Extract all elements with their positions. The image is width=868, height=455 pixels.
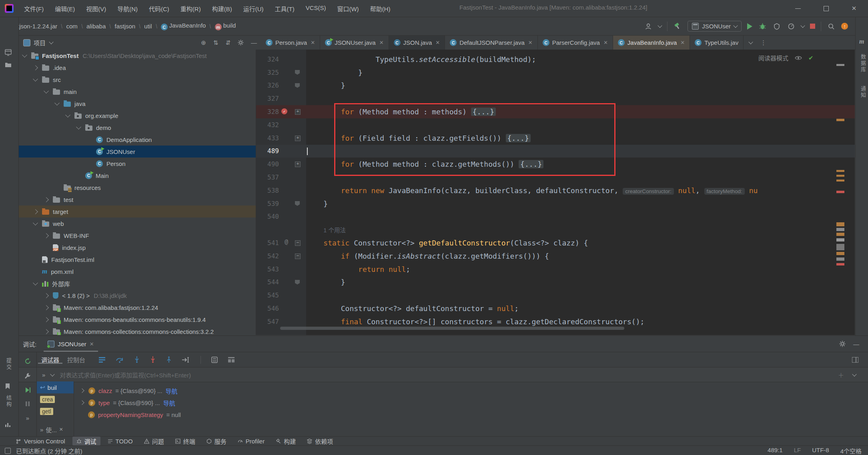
tab-close-icon[interactable]: ✕ xyxy=(603,40,608,46)
step-over-icon[interactable] xyxy=(116,357,124,363)
code-line[interactable]: 489 xyxy=(256,145,855,158)
watch-input-placeholder[interactable]: 对表达式求值(Enter)或添加监视(Ctrl+Shift+Enter) xyxy=(60,371,191,379)
tree-row[interactable]: CDemoApplication xyxy=(19,134,256,146)
variable-row[interactable]: pclazz = {Class@590} ... 导航 xyxy=(75,385,868,397)
code-line[interactable]: 541@−static Constructor<?> getDefaultCon… xyxy=(256,236,855,249)
resume-button[interactable] xyxy=(25,387,31,393)
tree-chevron-icon[interactable] xyxy=(44,88,49,94)
caret-position-widget[interactable]: 489:1 xyxy=(768,447,783,455)
reader-mode-label[interactable]: 阅读器模式 xyxy=(758,54,788,62)
run-button[interactable] xyxy=(747,23,752,30)
code-line[interactable]: 326} xyxy=(256,79,855,92)
menu-item[interactable]: 编辑(E) xyxy=(50,3,80,14)
expand-all-icon[interactable]: ⇅ xyxy=(213,39,219,46)
project-panel-title[interactable]: 项目 xyxy=(34,38,46,47)
code-line[interactable]: 538return new JavaBeanInfo(clazz, builde… xyxy=(256,184,855,197)
watch-expression-bar[interactable]: » 对表达式求值(Enter)或添加监视(Ctrl+Shift+Enter) ＋ xyxy=(19,367,868,382)
variable-row[interactable]: ppropertyNamingStrategy = null xyxy=(75,409,868,421)
fold-end-icon[interactable] xyxy=(295,280,300,285)
tool-tab-services[interactable]: 服务 xyxy=(202,437,231,445)
menu-item[interactable]: 运行(U) xyxy=(239,3,269,14)
fold-collapse-icon[interactable]: − xyxy=(295,253,301,259)
tree-chevron-icon[interactable] xyxy=(44,197,49,202)
tree-row[interactable]: < 1.8 (2) >D:\38.jdk\jdk xyxy=(19,289,256,301)
hide-panel-icon[interactable]: — xyxy=(251,39,257,46)
tool-tab-terminal[interactable]: 终端 xyxy=(171,437,199,445)
minimize-button[interactable] xyxy=(784,0,812,17)
tree-row[interactable]: main xyxy=(19,86,256,98)
fold-expand-icon[interactable]: + xyxy=(295,136,301,141)
hide-debug-panel-icon[interactable]: — xyxy=(853,341,859,347)
code-line[interactable]: 546Constructor<?> defaultConstructor = n… xyxy=(256,302,855,315)
step-into-icon[interactable] xyxy=(134,356,140,363)
watch-history-icon[interactable] xyxy=(50,372,55,376)
pause-button[interactable] xyxy=(25,401,30,407)
tree-chevron-icon[interactable] xyxy=(33,65,38,70)
tool-tab-debug[interactable]: 调试 xyxy=(72,437,100,445)
evaluate-expression-icon[interactable] xyxy=(211,357,218,363)
tool-tab-todo[interactable]: TODO xyxy=(104,437,137,445)
tree-chevron-icon[interactable] xyxy=(44,329,49,334)
tree-chevron-icon[interactable] xyxy=(44,317,49,322)
maven-stripe-icon[interactable]: m xyxy=(859,38,864,45)
tree-chevron-icon[interactable] xyxy=(33,280,38,285)
menu-item[interactable]: 代码(C) xyxy=(144,3,174,14)
debug-tab-console[interactable]: 控制台 xyxy=(64,355,88,364)
project-view-dropdown-icon[interactable] xyxy=(49,40,53,44)
editor-tab[interactable]: CJavaBeanInfo.java✕ xyxy=(613,36,690,50)
folded-region[interactable]: {...} xyxy=(471,108,496,116)
editor-tab[interactable]: CTypeUtils.jav xyxy=(690,36,744,50)
code-line[interactable]: 537 xyxy=(256,171,855,184)
tree-chevron-icon[interactable] xyxy=(76,124,81,130)
frames-more-icon[interactable]: » xyxy=(40,426,43,433)
user-account-icon[interactable] xyxy=(644,22,653,31)
tree-chevron-icon[interactable] xyxy=(33,220,38,226)
editor-tab[interactable]: CJSON.java✕ xyxy=(389,36,445,50)
breadcrumb-item[interactable]: util xyxy=(144,23,152,30)
update-available-icon[interactable]: ↑ xyxy=(841,23,848,30)
code-line[interactable]: 327 xyxy=(256,92,855,105)
tree-row[interactable]: .idea xyxy=(19,62,256,74)
stop-button[interactable] xyxy=(810,24,815,29)
code-line[interactable]: 328✓+for (Method method : methods) {...} xyxy=(256,105,855,118)
bookmark-icon[interactable] xyxy=(5,383,10,389)
sidebar-item-structure[interactable]: 结构 xyxy=(5,395,12,408)
frame-row[interactable]: getl xyxy=(37,405,74,417)
tree-chevron-icon[interactable] xyxy=(44,305,49,310)
code-line[interactable]: 542−if (Modifier.isAbstract(clazz.getMod… xyxy=(256,249,855,263)
code-line[interactable]: 544} xyxy=(256,276,855,289)
add-watch-plus-icon[interactable]: ＋ xyxy=(838,371,844,379)
tool-tab-problem[interactable]: 问题 xyxy=(140,437,168,445)
tab-options-kebab-icon[interactable]: ⋮ xyxy=(760,39,766,46)
code-line[interactable]: 490+for (Method method : clazz.getMethod… xyxy=(256,158,855,171)
expand-chevron-icon[interactable] xyxy=(80,400,84,405)
line-separator-widget[interactable]: LF xyxy=(794,447,801,455)
project-stripe-icon[interactable] xyxy=(5,49,12,56)
code-line[interactable]: 543return null; xyxy=(256,263,855,276)
fold-expand-icon[interactable]: + xyxy=(295,109,301,115)
debug-session-tab[interactable]: JSONUser ✕ xyxy=(44,336,98,352)
tree-row[interactable]: test xyxy=(19,194,256,206)
breakpoint-icon[interactable]: ✓ xyxy=(281,108,287,114)
tool-tab-build[interactable]: 构建 xyxy=(272,437,300,445)
menu-item[interactable]: 工具(T) xyxy=(270,3,299,14)
profiler-dropdown-icon[interactable] xyxy=(800,23,805,28)
coverage-button[interactable] xyxy=(772,22,781,31)
code-line[interactable]: 325} xyxy=(256,66,855,79)
code-editor[interactable]: 324TypeUtils.setAccessible(buildMethod);… xyxy=(256,50,855,335)
tool-tab-branch[interactable]: Version Control xyxy=(12,437,69,445)
frame-row[interactable]: ↩buil xyxy=(37,381,74,393)
menu-item[interactable]: 重构(R) xyxy=(176,3,206,14)
editor-tab[interactable]: CParserConfig.java✕ xyxy=(538,36,613,50)
maximize-button[interactable] xyxy=(812,0,840,17)
hidden-tabs-icon[interactable] xyxy=(749,40,753,44)
chart-stripe-icon[interactable] xyxy=(5,422,10,427)
more-actions-icon[interactable]: » xyxy=(26,415,29,421)
code-line[interactable]: 540 xyxy=(256,210,855,224)
inspections-ok-icon[interactable]: ✔ xyxy=(808,54,814,62)
search-everywhere-icon[interactable] xyxy=(827,22,836,31)
sidebar-item-commit[interactable]: 提交 xyxy=(5,358,12,371)
tree-row[interactable]: CPerson xyxy=(19,158,256,170)
code-line[interactable]: 547final Constructor<?>[] constructors =… xyxy=(256,315,855,328)
fold-end-icon[interactable] xyxy=(295,70,300,75)
